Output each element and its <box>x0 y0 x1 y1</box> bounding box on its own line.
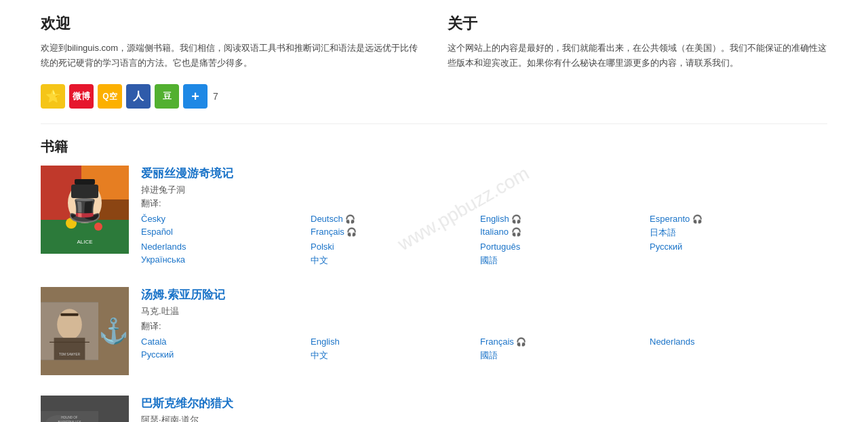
book-item-alice: ALICE 爱丽丝漫游奇境记 掉进兔子洞 翻译: Česky Deutsch 🎧… <box>41 166 827 267</box>
books-section: 书籍 ALICE 爱丽丝漫游奇境记 掉进兔子洞 <box>41 138 827 422</box>
lang-tom-francais[interactable]: Français 🎧 <box>480 337 650 347</box>
book-author-tom: 马克.吐温 <box>141 305 827 318</box>
share-star-button[interactable]: ⭐ <box>41 84 65 109</box>
lang-tom-nederlands[interactable]: Nederlands <box>650 337 819 347</box>
svg-text:TOM SAWYER: TOM SAWYER <box>59 353 81 356</box>
welcome-section: 欢迎 欢迎到bilinguis.com，源端侧书籍。我们相信，阅读双语工具书和推… <box>41 14 420 71</box>
share-plus-button[interactable]: + <box>183 84 208 109</box>
lang-cesky[interactable]: Česky <box>141 214 311 224</box>
welcome-title: 欢迎 <box>41 14 420 34</box>
book-title-alice[interactable]: 爱丽丝漫游奇境记 <box>141 166 827 181</box>
book-translations-label-tom: 翻译: <box>141 320 827 332</box>
book-cover-alice: ALICE <box>41 166 129 254</box>
svg-rect-3 <box>41 220 129 254</box>
lang-empty <box>650 254 819 267</box>
lang-deutsch[interactable]: Deutsch 🎧 <box>311 214 480 224</box>
book-cover-hound: HOUND OF BASKERVILLES <box>41 396 129 422</box>
lang-japanese[interactable]: 日本語 <box>650 227 819 239</box>
page-container: 欢迎 欢迎到bilinguis.com，源端侧书籍。我们相信，阅读双语工具书和推… <box>0 0 868 422</box>
book-subtitle-alice: 掉进兔子洞 <box>141 184 827 196</box>
book-info-alice: 爱丽丝漫游奇境记 掉进兔子洞 翻译: Česky Deutsch 🎧 Engli… <box>141 166 827 267</box>
lang-tom-english[interactable]: English <box>311 337 480 347</box>
book-title-hound[interactable]: 巴斯克维尔的猎犬 <box>141 396 827 411</box>
book-cover-tom: TOM SAWYER <box>41 287 129 375</box>
about-text: 这个网站上的内容是最好的，我们就能看出来，在公共领域（在美国）。我们不能保证的准… <box>448 41 827 71</box>
lang-ukrainian[interactable]: Українська <box>141 254 311 267</box>
lang-tom-russian[interactable]: Русский <box>141 349 311 362</box>
book-author-hound: 阿瑟·柯南·道尔 <box>141 414 827 422</box>
svg-rect-6 <box>71 185 98 198</box>
lang-esperanto[interactable]: Esperanto 🎧 <box>650 214 819 224</box>
book-info-tom: 汤姆.索亚历险记 马克.吐温 翻译: Català English França… <box>141 287 827 362</box>
share-douban-button[interactable]: 豆 <box>155 84 179 109</box>
book-item-tom: TOM SAWYER 汤姆.索亚历险记 马克.吐温 翻译: Català Eng… <box>41 287 827 375</box>
lang-chinese[interactable]: 中文 <box>311 254 480 267</box>
about-section: 关于 这个网站上的内容是最好的，我们就能看出来，在公共领域（在美国）。我们不能保… <box>448 14 827 71</box>
lang-tom-chinese[interactable]: 中文 <box>311 349 480 362</box>
lang-mandarin[interactable]: 國語 <box>480 254 650 267</box>
lang-polski[interactable]: Polski <box>311 242 480 252</box>
welcome-text: 欢迎到bilinguis.com，源端侧书籍。我们相信，阅读双语工具书和推断词汇… <box>41 41 420 71</box>
svg-text:ALICE: ALICE <box>77 239 92 245</box>
lang-english[interactable]: English 🎧 <box>480 214 650 224</box>
translations-grid-tom: Català English Français 🎧 Nederlands Рус… <box>141 337 827 362</box>
book-item-hound: HOUND OF BASKERVILLES 巴斯克维尔的猎犬 阿瑟·柯南·道尔 … <box>41 396 827 422</box>
lang-nederlands[interactable]: Nederlands <box>141 242 311 252</box>
svg-rect-15 <box>60 313 78 316</box>
lang-russian[interactable]: Русский <box>650 242 819 252</box>
lang-italiano[interactable]: Italiano 🎧 <box>480 227 650 239</box>
share-bar: ⭐ 微博 Q空 人 豆 + 7 <box>41 84 827 109</box>
share-qzone-button[interactable]: Q空 <box>98 84 122 109</box>
top-section: 欢迎 欢迎到bilinguis.com，源端侧书籍。我们相信，阅读双语工具书和推… <box>41 14 827 71</box>
svg-point-8 <box>94 223 102 231</box>
about-title: 关于 <box>448 14 827 34</box>
book-title-tom[interactable]: 汤姆.索亚历险记 <box>141 287 827 303</box>
svg-point-7 <box>66 218 77 229</box>
share-weibo-button[interactable]: 微博 <box>69 84 94 109</box>
svg-rect-13 <box>54 338 85 360</box>
books-section-title: 书籍 <box>41 138 827 156</box>
lang-espanol[interactable]: Español <box>141 227 311 239</box>
book-translations-label-alice: 翻译: <box>141 197 827 210</box>
share-renren-button[interactable]: 人 <box>126 84 151 109</box>
translations-grid-alice: Česky Deutsch 🎧 English 🎧 Esperanto 🎧 Es… <box>141 214 827 267</box>
lang-tom-mandarin[interactable]: 國語 <box>480 349 650 362</box>
share-count: 7 <box>213 91 218 102</box>
book-info-hound: 巴斯克维尔的猎犬 阿瑟·柯南·道尔 翻译: <box>141 396 827 422</box>
lang-portugues[interactable]: Português <box>480 242 650 252</box>
lang-francais[interactable]: Français 🎧 <box>311 227 480 239</box>
lang-tom-catala[interactable]: Català <box>141 337 311 347</box>
lang-tom-empty <box>650 349 819 362</box>
divider <box>41 123 827 124</box>
svg-rect-5 <box>75 179 95 185</box>
svg-text:HOUND OF: HOUND OF <box>61 416 78 419</box>
